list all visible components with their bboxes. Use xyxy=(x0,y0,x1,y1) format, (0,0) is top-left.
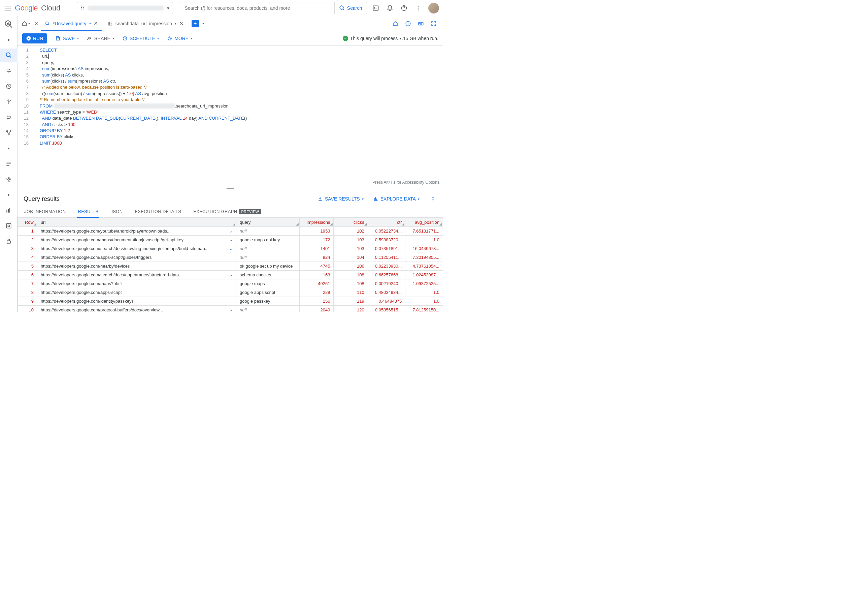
bigquery-logo-icon[interactable] xyxy=(4,20,14,29)
project-name-redacted xyxy=(88,6,164,11)
save-button[interactable]: SAVE▾ xyxy=(55,36,79,41)
rail-capacity[interactable] xyxy=(2,219,16,233)
svg-point-4 xyxy=(418,5,419,6)
project-icon: ⠿ xyxy=(81,5,85,11)
search-button[interactable]: Search xyxy=(334,2,367,14)
svg-rect-27 xyxy=(420,23,420,23)
code-area[interactable]: SELECT url, query, sum(impressions) AS i… xyxy=(32,46,247,187)
cell: 4745 xyxy=(300,262,334,271)
fullscreen-icon[interactable] xyxy=(429,20,438,28)
svg-point-14 xyxy=(10,131,11,131)
rail-data-transfer[interactable] xyxy=(2,64,16,78)
check-icon: ✓ xyxy=(343,36,348,41)
column-header[interactable]: url◢ xyxy=(37,218,236,227)
column-header[interactable]: clicks◢ xyxy=(334,218,368,227)
share-button[interactable]: SHARE▾ xyxy=(87,36,114,41)
rail-sql-workspace[interactable] xyxy=(0,48,17,62)
rail-data-canvas[interactable] xyxy=(2,126,16,140)
accessibility-hint: Press Alt+F1 for Accessibility Options. xyxy=(372,179,440,185)
results-tab-job[interactable]: JOB INFORMATION xyxy=(23,205,66,218)
results-tab-results[interactable]: RESULTS xyxy=(77,205,99,218)
new-tab-button[interactable]: + xyxy=(192,20,199,27)
download-icon xyxy=(318,196,323,202)
column-header[interactable]: query◢ xyxy=(236,218,300,227)
chevron-down-icon: ▾ xyxy=(167,5,169,11)
more-button[interactable]: MORE▾ xyxy=(167,36,192,41)
expand-chevron-icon[interactable]: ⌄ xyxy=(229,237,232,242)
run-button[interactable]: RUN xyxy=(22,33,47,44)
info-icon[interactable] xyxy=(404,20,412,28)
expand-chevron-icon[interactable]: ⌄ xyxy=(229,229,232,233)
results-tab-graph[interactable]: EXECUTION GRAPHPREVIEW xyxy=(192,205,262,218)
table-row: 1https://developers.google.com/youtube/a… xyxy=(18,227,443,236)
svg-point-0 xyxy=(340,6,343,9)
expand-chevron-icon[interactable]: ⌄ xyxy=(229,246,232,251)
cell: 0.02233930... xyxy=(368,262,405,271)
results-table-wrap[interactable]: Row◢url◢query◢impressions◢clicks◢ctr◢avg… xyxy=(17,218,443,312)
open-in-new-icon[interactable] xyxy=(391,20,399,28)
query-action-bar: RUN SAVE▾ SHARE▾ SCHEDULE▾ MORE▾ ✓ This … xyxy=(17,31,443,46)
explore-data-button[interactable]: EXPLORE DATA▾ xyxy=(373,196,420,202)
svg-line-8 xyxy=(10,26,12,28)
cell: 0.11255411... xyxy=(368,253,405,262)
help-icon[interactable] xyxy=(400,4,408,12)
close-icon[interactable]: ✕ xyxy=(94,20,98,26)
column-header[interactable]: ctr◢ xyxy=(368,218,405,227)
rail-partner-center[interactable] xyxy=(2,157,16,171)
expand-collapse-icon[interactable] xyxy=(429,195,437,203)
svg-rect-28 xyxy=(420,23,421,23)
sql-editor[interactable]: 12345678910111213141516 SELECT url, quer… xyxy=(17,46,443,187)
home-icon xyxy=(22,20,28,26)
close-icon[interactable]: ✕ xyxy=(33,20,39,28)
project-picker[interactable]: ⠿ ▾ xyxy=(77,2,173,14)
column-header[interactable]: impressions◢ xyxy=(300,218,334,227)
chevron-down-icon[interactable]: ▾ xyxy=(89,22,91,25)
schedule-button[interactable]: SCHEDULE▾ xyxy=(122,36,159,41)
column-header[interactable]: avg_position◢ xyxy=(405,218,443,227)
cell: null xyxy=(236,306,300,313)
rail-admin[interactable] xyxy=(2,235,16,248)
cell: https://developers.google.com/apps-scrip… xyxy=(37,253,236,262)
expand-chevron-icon[interactable]: ⌄ xyxy=(229,307,232,312)
cell: 106 xyxy=(334,262,368,271)
cell: 103 xyxy=(334,236,368,244)
keyboard-icon[interactable] xyxy=(417,20,425,28)
cell: 0.07351891... xyxy=(368,244,405,253)
close-icon[interactable]: ✕ xyxy=(179,20,183,26)
results-table: Row◢url◢query◢impressions◢clicks◢ctr◢avg… xyxy=(17,218,443,312)
results-tab-json[interactable]: JSON xyxy=(110,205,124,218)
cell: https://developers.google.com/maps?hl=fr xyxy=(37,279,236,288)
nav-menu-icon[interactable] xyxy=(4,4,12,12)
save-results-button[interactable]: SAVE RESULTS▾ xyxy=(318,196,364,202)
cell: 1953 xyxy=(300,227,334,236)
rail-analytics-hub[interactable] xyxy=(2,95,16,109)
share-icon xyxy=(87,36,92,41)
tab-unsaved-query[interactable]: *Unsaved query ▾ ✕ xyxy=(41,16,102,31)
account-avatar[interactable] xyxy=(428,3,439,14)
rail-dataform[interactable] xyxy=(2,110,16,124)
more-vert-icon[interactable] xyxy=(414,4,422,12)
results-tab-exec[interactable]: EXECUTION DETAILS xyxy=(134,205,182,218)
tab-table[interactable]: searchdata_url_impression ▾ ✕ xyxy=(103,16,188,31)
chevron-down-icon[interactable]: ▾ xyxy=(202,22,204,25)
cloud-shell-icon[interactable] xyxy=(372,4,380,12)
query-icon xyxy=(45,21,50,26)
rail-bi-engine[interactable] xyxy=(2,204,16,217)
breadcrumb-home[interactable]: ▾ xyxy=(20,20,32,26)
search-input[interactable] xyxy=(180,2,334,14)
chevron-down-icon[interactable]: ▾ xyxy=(175,22,177,25)
search-icon xyxy=(339,5,345,11)
table-row: 6https://developers.google.com/search/do… xyxy=(18,271,443,279)
column-header[interactable]: Row◢ xyxy=(18,218,37,227)
rail-settings[interactable] xyxy=(2,173,16,186)
resize-handle[interactable]: ━━ xyxy=(17,187,443,190)
expand-chevron-icon[interactable]: ⌄ xyxy=(229,272,232,277)
table-row: 3https://developers.google.com/search/do… xyxy=(18,244,443,253)
notifications-icon[interactable] xyxy=(386,4,394,12)
rail-scheduled-queries[interactable] xyxy=(2,79,16,93)
cell: 229 xyxy=(300,288,334,297)
cell: google passkey xyxy=(236,297,300,306)
cell: https://developers.google.com/protocol-b… xyxy=(37,306,236,313)
cell: https://developers.google.com/nearby/dev… xyxy=(37,262,236,271)
svg-rect-20 xyxy=(6,224,11,228)
